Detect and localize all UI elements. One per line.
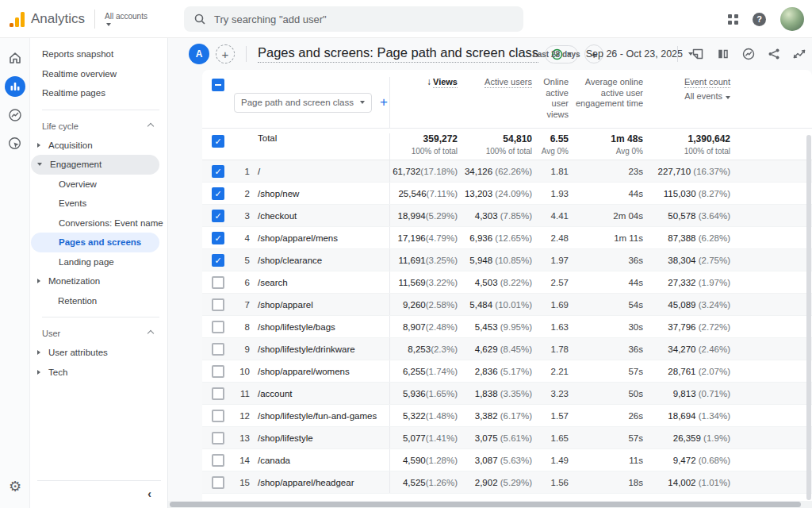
row-checkbox[interactable] [212, 343, 224, 356]
sidebar-item-retention[interactable]: Retention [31, 291, 159, 311]
report-header: A + Pages and screens: Page path and scr… [168, 38, 812, 70]
settings-gear-icon[interactable]: ⚙ [0, 478, 30, 495]
sidebar-item-realtime-overview[interactable]: Realtime overview [31, 64, 159, 84]
column-header-avg-engagement-time[interactable]: Average online active user engagement ti… [570, 77, 645, 128]
row-checkbox-checked[interactable] [212, 187, 224, 200]
table-row[interactable]: 9/shop/lifestyle/drinkware8,253 (2.3%)4,… [202, 338, 812, 360]
table-row[interactable]: 15/shop/apparel/headgear4,525 (1.26%)2,9… [202, 471, 812, 494]
comparison-icon[interactable] [716, 47, 730, 61]
add-dimension-button[interactable]: + [380, 94, 388, 110]
apps-grid-icon[interactable] [728, 14, 738, 25]
table-row[interactable]: 5/shop/clearance11,691 (3.25%)5,948 (10.… [202, 249, 812, 271]
select-all-checkbox[interactable] [212, 79, 224, 91]
column-header-event-count[interactable]: Event count All events [645, 77, 732, 128]
analytics-logo-icon[interactable] [10, 11, 25, 27]
page-path: /shop/lifestyle [255, 433, 389, 443]
sidebar-item-pages-and-screens[interactable]: Pages and screens [31, 233, 159, 252]
page-path: /shop/new [255, 189, 389, 198]
logo-dot [10, 23, 13, 27]
chevron-up-icon [147, 122, 154, 129]
explore-icon[interactable] [5, 133, 25, 154]
event-filter-selector[interactable]: All events [645, 91, 730, 102]
sidebar-section-life-cycle[interactable]: Life cycle [31, 117, 167, 136]
sidebar-item-reports-snapshot[interactable]: Reports snapshot [31, 44, 159, 64]
table-row[interactable]: 3/checkout18,994 (5.29%)4,303 (7.85%)4.4… [202, 205, 812, 227]
row-checkbox[interactable] [212, 454, 224, 467]
total-row-checkbox[interactable] [212, 135, 224, 148]
insights-icon[interactable] [741, 47, 756, 61]
search-bar[interactable]: Try searching "add user" [184, 6, 523, 32]
row-checkbox[interactable] [212, 276, 224, 289]
caret-right-icon [37, 370, 40, 375]
collapse-sidebar-button[interactable]: ‹ [37, 480, 161, 500]
sidebar-item-acquisition[interactable]: Acquisition [31, 136, 159, 156]
share-icon[interactable] [767, 47, 781, 61]
reports-icon[interactable] [5, 76, 25, 97]
row-checkbox[interactable] [212, 387, 224, 400]
sidebar-item-events[interactable]: Events [31, 194, 159, 214]
page-title[interactable]: Pages and screens: Page path and screen … [258, 45, 538, 63]
row-checkbox[interactable] [212, 321, 224, 333]
advertising-icon[interactable] [5, 105, 25, 125]
table-row[interactable]: 11/account5,936 (1.65%)1,838 (3.35%)3.23… [202, 383, 812, 405]
page-path: /shop/lifestyle/fun-and-games [255, 411, 389, 421]
table-row[interactable]: 8/shop/lifestyle/bags8,907 (2.48%)5,453 … [202, 316, 812, 338]
sidebar-item-user-attributes[interactable]: User attributes [31, 343, 159, 363]
help-icon[interactable]: ? [753, 13, 766, 26]
column-header-views[interactable]: ↓Views [389, 77, 459, 128]
sidebar-item-tech[interactable]: Tech [31, 363, 159, 383]
page-path: /checkout [255, 211, 389, 221]
column-header-online-active-user-views[interactable]: Online active user views [534, 77, 570, 128]
property-avatar[interactable]: A [189, 44, 209, 64]
sidebar-item-conversions-event-name[interactable]: Conversions: Event name [31, 214, 159, 233]
date-range-picker[interactable]: Last 28 days Sep 26 - Oct 23, 2025 [533, 38, 693, 70]
page-path: / [255, 167, 389, 176]
row-checkbox-checked[interactable] [212, 254, 224, 267]
row-checkbox[interactable] [212, 410, 224, 422]
divider [42, 110, 159, 110]
sidebar-item-realtime-pages[interactable]: Realtime pages [31, 83, 159, 103]
row-number: 11 [234, 389, 255, 398]
table-row[interactable]: 4/shop/apparel/mens17,196 (4.79%)6,936 (… [202, 227, 812, 249]
table-row[interactable]: 14/canada4,590 (1.28%)3,087 (5.63%)1.491… [202, 449, 812, 471]
sidebar-item-overview[interactable]: Overview [31, 175, 159, 194]
table-row[interactable]: 13/shop/lifestyle5,077 (1.41%)3,075 (5.6… [202, 427, 812, 449]
dimension-selector[interactable]: Page path and screen class [234, 93, 372, 113]
row-number: 7 [234, 300, 255, 310]
row-checkbox-checked[interactable] [212, 210, 224, 222]
left-rail: ⚙ [0, 38, 30, 508]
account-picker[interactable]: All accounts [105, 12, 147, 26]
row-checkbox[interactable] [212, 432, 224, 444]
horizontal-scrollbar-thumb[interactable] [170, 502, 801, 507]
horizontal-scrollbar-track[interactable] [168, 501, 812, 508]
sidebar-section-user[interactable]: User [31, 324, 167, 343]
sidebar-item-monetization[interactable]: Monetization [31, 271, 159, 291]
home-icon[interactable] [5, 48, 25, 68]
row-number: 9 [234, 344, 255, 354]
total-views: 359,272 [390, 133, 458, 144]
search-icon [193, 13, 206, 25]
table-row[interactable]: 2/shop/new25,546 (7.11%)13,203 (24.09%)1… [202, 183, 812, 205]
row-checkbox-checked[interactable] [212, 165, 224, 178]
customize-report-icon[interactable] [792, 47, 807, 61]
table-row[interactable]: 10/shop/apparel/womens6,255 (1.74%)2,836… [202, 360, 812, 383]
notes-icon[interactable] [691, 47, 705, 61]
table-row[interactable]: 1/61,732 (17.18%)34,126 (62.26%)1.8123s2… [202, 160, 812, 183]
account-picker-label: All accounts [105, 12, 147, 21]
logo-bar [15, 17, 19, 27]
row-checkbox-checked[interactable] [212, 232, 224, 244]
avatar[interactable] [780, 7, 804, 31]
sidebar-item-engagement[interactable]: Engagement [31, 155, 159, 175]
table-row[interactable]: 12/shop/lifestyle/fun-and-games5,322 (1.… [202, 405, 812, 427]
sidebar-item-landing-page[interactable]: Landing page [31, 252, 159, 272]
total-online-views: 6.55 [534, 133, 569, 144]
add-comparison-button[interactable]: + [216, 44, 235, 64]
table-row[interactable]: 7/shop/apparel9,260 (2.58%)5,484 (10.01%… [202, 294, 812, 316]
vertical-scrollbar[interactable] [806, 135, 811, 500]
table-row[interactable]: 6/search11,569 (3.22%)4,503 (8.22%)2.574… [202, 271, 812, 294]
row-checkbox[interactable] [212, 476, 224, 489]
row-checkbox[interactable] [212, 298, 224, 311]
row-checkbox[interactable] [212, 365, 224, 378]
column-header-active-users[interactable]: Active users [459, 77, 534, 128]
page-path: /shop/lifestyle/bags [255, 322, 389, 332]
